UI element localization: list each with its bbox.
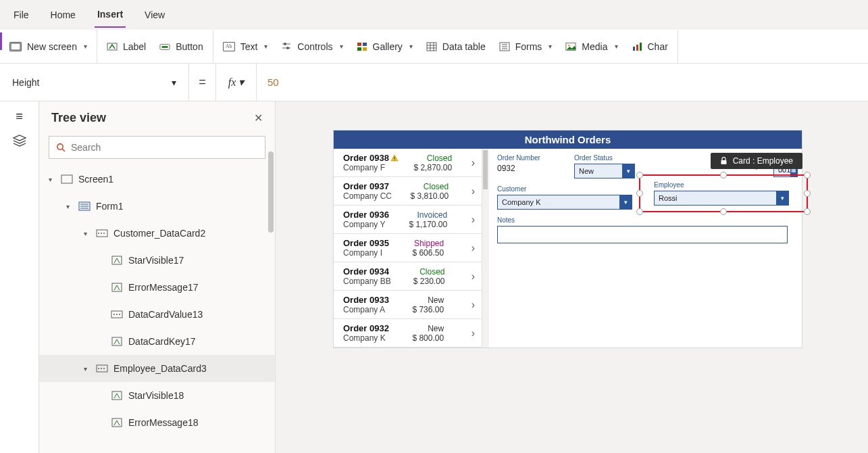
menu-home[interactable]: Home <box>48 3 78 27</box>
media-icon <box>565 41 576 52</box>
label-icon <box>111 256 123 265</box>
menu-view[interactable]: View <box>142 3 168 27</box>
chevron-right-icon: › <box>471 185 475 197</box>
tree-errormessage18[interactable]: ErrorMessage18 <box>39 409 275 436</box>
tree-datacardvalue13[interactable]: DataCardValue13 <box>39 301 275 328</box>
chevron-down-icon: ▾ <box>340 43 343 50</box>
svg-point-41 <box>116 314 118 315</box>
tree: ▾ Screen1 ▾ Form1 ▾ Customer_DataCard2 S… <box>39 166 275 453</box>
order-amount: $ 230.00 <box>413 277 445 286</box>
menu-insert[interactable]: Insert <box>95 2 126 28</box>
forms-button[interactable]: Forms ▾ <box>499 41 553 52</box>
button-button[interactable]: Button <box>159 41 203 52</box>
controls-button[interactable]: Controls ▾ <box>281 41 342 52</box>
media-label: Media <box>582 41 607 52</box>
svg-rect-37 <box>112 256 122 264</box>
chevron-down-icon: ▾ <box>615 43 618 50</box>
order-customer: Company CC <box>343 191 392 201</box>
order-customer: Company Y <box>343 220 389 229</box>
property-selector[interactable]: Height ▾ <box>0 64 189 101</box>
new-screen-button[interactable]: New screen ▾ <box>9 41 87 52</box>
left-rail: ≡ <box>0 101 39 453</box>
order-row[interactable]: Order 0937Company CCClosed$ 3,810.00› <box>334 177 482 206</box>
order-row[interactable]: Order 0935Company IShipped$ 606.50› <box>334 234 482 262</box>
menu-file[interactable]: File <box>11 3 32 27</box>
employee-combo[interactable]: Rossi ▾ <box>654 191 789 206</box>
tree-label: Screen1 <box>78 174 113 185</box>
order-status: Shipped <box>414 239 444 248</box>
chevron-down-icon: ▾ <box>66 203 73 210</box>
search-input[interactable] <box>49 136 265 159</box>
order-number-value: 0932 <box>497 164 565 173</box>
card-icon <box>96 229 108 238</box>
chevron-right-icon: › <box>471 157 475 169</box>
tree-employee-card[interactable]: ▾ Employee_DataCard3 <box>39 355 275 382</box>
tree-datacardkey17[interactable]: DataCardKey17 <box>39 328 275 355</box>
gallery-button[interactable]: Gallery ▾ <box>357 41 413 52</box>
label-label: Label <box>123 41 146 52</box>
label-icon <box>111 418 123 427</box>
chevron-down-icon: ▾ <box>172 77 176 88</box>
customer-label: Customer <box>497 185 632 193</box>
chevron-right-icon: › <box>471 327 475 339</box>
canvas[interactable]: Northwind Orders Order 0938Company FClos… <box>276 101 868 453</box>
data-table-label: Data table <box>442 41 486 52</box>
order-row[interactable]: Order 0932Company KNew$ 800.00› <box>334 319 482 348</box>
ribbon-toolbar: New screen ▾ Label Button Ab Text ▾ Cont… <box>0 30 868 64</box>
text-button[interactable]: Ab Text ▾ <box>223 41 268 52</box>
chart-icon <box>632 41 642 52</box>
chevron-down-icon: ▾ <box>619 195 632 209</box>
text-icon: Ab <box>223 42 235 51</box>
close-icon[interactable]: ✕ <box>254 112 263 124</box>
label-button[interactable]: Label <box>107 41 146 52</box>
svg-point-36 <box>103 233 105 234</box>
formula-input[interactable]: 50 <box>257 64 868 101</box>
form-icon <box>78 201 91 211</box>
svg-rect-23 <box>633 47 635 51</box>
order-list[interactable]: Order 0938Company FClosed$ 2,870.00›Orde… <box>334 149 482 348</box>
order-row[interactable]: Order 0933Company ANew$ 736.00› <box>334 291 482 319</box>
svg-rect-52 <box>721 160 726 164</box>
svg-rect-3 <box>162 46 168 48</box>
tree-title: Tree view <box>51 111 106 125</box>
svg-rect-10 <box>357 47 361 51</box>
notes-input[interactable] <box>497 226 788 243</box>
tree-panel: Tree view ✕ ▾ Screen1 ▾ Form1 ▾ Customer… <box>39 101 276 453</box>
order-number: Order 0936 <box>343 210 389 220</box>
tree-starvisible18[interactable]: StarVisible18 <box>39 382 275 409</box>
charts-button[interactable]: Char <box>632 41 668 52</box>
form-area: Order Number 0932 Order Status New ▾ <box>489 149 802 348</box>
svg-rect-25 <box>640 43 642 51</box>
tree-errormessage17[interactable]: ErrorMessage17 <box>39 274 275 301</box>
app-preview: Northwind Orders Order 0938Company FClos… <box>333 130 802 348</box>
selection-outline[interactable]: Card : Employee Employee <box>639 174 808 212</box>
scrollbar-thumb[interactable] <box>483 150 488 189</box>
label-icon <box>111 337 123 346</box>
search-field[interactable] <box>71 142 258 153</box>
tree-view-icon[interactable] <box>12 135 27 147</box>
tree-screen1[interactable]: ▾ Screen1 <box>39 166 275 193</box>
search-icon <box>56 143 66 152</box>
scroll-track[interactable] <box>482 149 489 348</box>
charts-label: Char <box>648 41 668 52</box>
svg-rect-38 <box>112 283 122 291</box>
order-row[interactable]: Order 0934Company BBClosed$ 230.00› <box>334 262 482 291</box>
tree-starvisible17[interactable]: StarVisible17 <box>39 247 275 274</box>
customer-combo[interactable]: Company K ▾ <box>497 195 632 210</box>
media-button[interactable]: Media ▾ <box>565 41 617 52</box>
scrollbar-thumb[interactable] <box>268 151 274 233</box>
svg-point-47 <box>103 368 105 369</box>
data-table-button[interactable]: Data table <box>426 41 486 52</box>
fx-label[interactable]: fx▾ <box>216 64 257 101</box>
controls-icon <box>281 41 292 52</box>
tree-form1[interactable]: ▾ Form1 <box>39 193 275 220</box>
tree-customer-card[interactable]: ▾ Customer_DataCard2 <box>39 220 275 247</box>
card-icon <box>111 310 123 319</box>
warning-icon <box>390 154 399 162</box>
hamburger-icon[interactable]: ≡ <box>16 110 23 124</box>
order-status: New <box>428 324 444 333</box>
order-status-combo[interactable]: New ▾ <box>574 164 635 178</box>
order-row[interactable]: Order 0936Company YInvoiced$ 1,170.00› <box>334 206 482 234</box>
order-row[interactable]: Order 0938Company FClosed$ 2,870.00› <box>334 149 482 177</box>
tree-label: StarVisible18 <box>128 390 184 401</box>
